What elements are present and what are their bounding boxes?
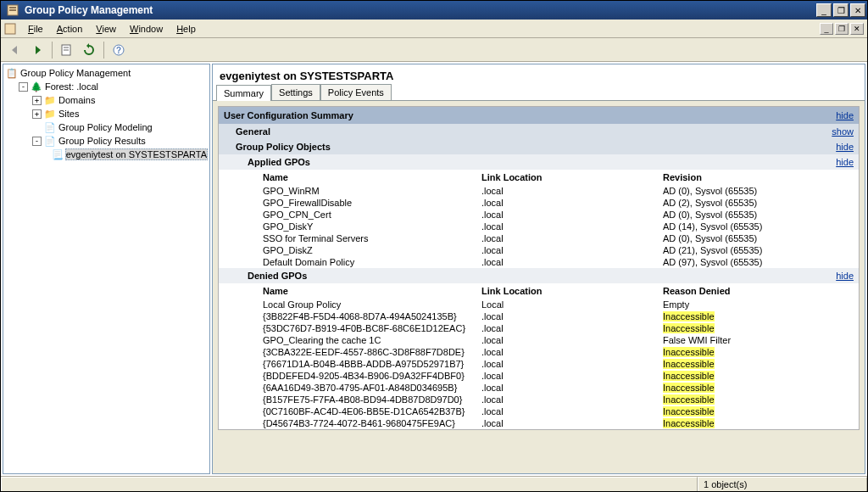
cell-name: {6AA16D49-3B70-4795-AF01-A848D034695B} <box>263 383 481 393</box>
section-general[interactable]: General show <box>219 124 859 139</box>
section-denied[interactable]: Denied GPOs hide <box>219 268 859 283</box>
menu-action[interactable]: Action <box>50 22 90 36</box>
detail-header: evgeniytest on SYSTESTSPARTA <box>213 64 865 84</box>
tabs: Summary Settings Policy Events <box>213 84 865 101</box>
svg-rect-2 <box>9 9 16 11</box>
section-gpo-label: Group Policy Objects <box>236 142 836 152</box>
refresh-button[interactable] <box>79 41 99 59</box>
tree-pane[interactable]: 📋 Group Policy Management - 🌲 Forest: .l… <box>3 64 210 474</box>
cell-name: GPO_FirewallDisable <box>263 198 481 208</box>
gpmc-icon: 📋 <box>5 68 19 79</box>
cell-reason-highlight: Inaccessible <box>663 347 715 357</box>
cell-location: .local <box>481 221 663 232</box>
tree-modeling[interactable]: 📄Group Policy Modeling <box>32 120 208 134</box>
cell-reason-highlight: Inaccessible <box>663 406 715 417</box>
col-revision: Revision <box>663 172 815 182</box>
collapse-icon[interactable]: - <box>19 82 28 92</box>
col-location: Link Location <box>481 286 663 296</box>
hide-link[interactable]: hide <box>836 271 854 281</box>
tree-results-label: Group Policy Results <box>58 136 146 146</box>
help-button[interactable]: ? <box>108 41 129 59</box>
expand-icon[interactable]: + <box>32 109 42 119</box>
tree-forest[interactable]: - 🌲 Forest: .local <box>19 80 208 93</box>
cell-location: .local <box>481 233 663 243</box>
cell-name: {3CBA322E-EEDF-4557-886C-3D8F88F7D8DE} <box>263 347 481 357</box>
mdi-restore-button[interactable]: ❐ <box>835 23 849 35</box>
properties-button[interactable] <box>57 41 77 59</box>
tab-summary[interactable]: Summary <box>216 85 271 101</box>
collapse-icon[interactable]: - <box>32 137 42 146</box>
section-gpo[interactable]: Group Policy Objects hide <box>219 139 859 154</box>
cell-reason-highlight: Inaccessible <box>663 311 715 321</box>
cell-reason: Inaccessible <box>663 371 815 381</box>
cell-name: {B157FE75-F7FA-4B08-BD94-4DB87D8D97D0} <box>263 394 481 405</box>
cell-reason-highlight: Inaccessible <box>663 371 715 381</box>
tab-policy-events[interactable]: Policy Events <box>320 84 392 100</box>
hide-link[interactable]: hide <box>836 142 854 152</box>
cell-name: Default Domain Policy <box>263 257 481 267</box>
tab-settings[interactable]: Settings <box>271 84 320 100</box>
forward-button[interactable] <box>27 41 47 59</box>
section-general-label: General <box>236 126 832 137</box>
cell-reason: False WMI Filter <box>663 335 815 345</box>
statusbar: 1 object(s) <box>1 476 867 492</box>
table-row: Default Domain Policy.localAD (97), Sysv… <box>219 256 859 268</box>
menu-window[interactable]: Window <box>123 22 170 36</box>
menu-file[interactable]: File <box>21 22 50 36</box>
cell-revision: AD (14), Sysvol (65535) <box>663 221 815 232</box>
tree-sites-label: Sites <box>58 109 79 119</box>
report-scroll[interactable]: User Configuration Summary hide General … <box>213 101 865 473</box>
cell-name: {BDDEFED4-9205-4B34-B906-D9A32FF4DBF0} <box>263 371 481 381</box>
tree-root[interactable]: 📋 Group Policy Management <box>5 66 208 80</box>
denied-header: Name Link Location Reason Denied <box>219 283 859 299</box>
menu-view[interactable]: View <box>89 22 123 36</box>
section-user-config[interactable]: User Configuration Summary hide <box>219 107 859 124</box>
cell-reason: Empty <box>663 299 815 310</box>
cell-reason: Inaccessible <box>663 418 815 428</box>
table-row: {D45674B3-7724-4072-B461-9680475FE9AC}.l… <box>219 417 859 429</box>
cell-reason: Inaccessible <box>663 359 815 369</box>
cell-reason-highlight: Inaccessible <box>663 383 715 393</box>
cell-reason: Inaccessible <box>663 323 815 333</box>
tree-domains[interactable]: +📁Domains <box>32 93 208 107</box>
show-link[interactable]: show <box>832 126 854 137</box>
folder-icon: 📁 <box>43 95 57 106</box>
cell-location: .local <box>481 418 663 428</box>
menu-help[interactable]: Help <box>170 22 203 36</box>
cell-revision: AD (97), Sysvol (65535) <box>663 257 815 267</box>
cell-name: Local Group Policy <box>263 299 481 310</box>
minimize-button[interactable]: _ <box>816 3 832 17</box>
mdi-minimize-button[interactable]: _ <box>820 23 833 35</box>
cell-reason-highlight: Inaccessible <box>663 418 715 428</box>
table-row: {0C7160BF-AC4D-4E06-BB5E-D1CA6542B37B}.l… <box>219 405 859 417</box>
table-row: {B157FE75-F7FA-4B08-BD94-4DB87D8D97D0}.l… <box>219 394 859 405</box>
cell-location: .local <box>481 245 663 255</box>
close-button[interactable]: ✕ <box>850 3 865 17</box>
table-row: GPO_DiskZ.localAD (21), Sysvol (65535) <box>219 244 859 256</box>
table-row: {3CBA322E-EEDF-4557-886C-3D8F88F7D8DE}.l… <box>219 346 859 358</box>
back-button[interactable] <box>5 41 25 59</box>
maximize-button[interactable]: ❐ <box>833 3 849 17</box>
section-applied[interactable]: Applied GPOs hide <box>219 154 859 170</box>
cell-reason: Inaccessible <box>663 394 815 405</box>
cell-location: .local <box>481 311 663 321</box>
detail-pane: evgeniytest on SYSTESTSPARTA Summary Set… <box>212 64 865 474</box>
cell-reason-highlight: Inaccessible <box>663 359 715 369</box>
cell-location: .local <box>481 406 663 417</box>
tree-sites[interactable]: +📁Sites <box>32 107 208 120</box>
cell-location: Local <box>481 299 663 310</box>
cell-location: .local <box>481 186 663 196</box>
tree-results[interactable]: -📄Group Policy Results <box>32 134 208 148</box>
cell-reason: Inaccessible <box>663 406 815 417</box>
tree-result-item[interactable]: 📃evgeniytest on SYSTESTSPARTA <box>46 148 208 161</box>
mdi-close-button[interactable]: ✕ <box>850 23 864 35</box>
app-icon <box>6 3 19 17</box>
table-row: {6AA16D49-3B70-4795-AF01-A848D034695B}.l… <box>219 382 859 394</box>
hide-link[interactable]: hide <box>836 157 854 167</box>
tree-result-item-label: evgeniytest on SYSTESTSPARTA <box>65 148 208 160</box>
cell-reason: Inaccessible <box>663 347 815 357</box>
hide-link[interactable]: hide <box>836 110 854 120</box>
cell-revision: AD (0), Sysvol (65535) <box>663 210 815 220</box>
expand-icon[interactable]: + <box>32 96 42 105</box>
folder-icon: 📁 <box>43 109 57 120</box>
